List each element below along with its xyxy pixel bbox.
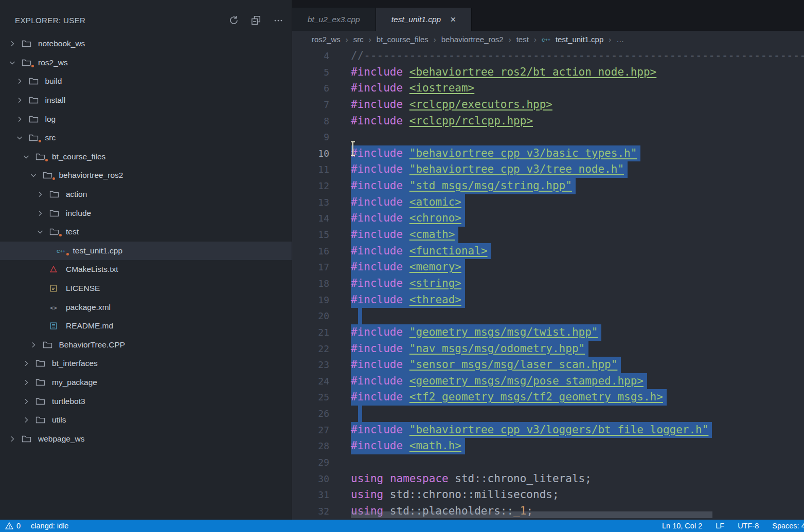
code-line-17[interactable]: 17#include <memory> xyxy=(292,259,804,276)
line-number[interactable]: 21 xyxy=(292,324,342,341)
chevron-right-icon[interactable] xyxy=(8,40,22,48)
chevron-down-icon[interactable] xyxy=(36,228,49,236)
line-number[interactable]: 27 xyxy=(292,422,342,438)
line-number[interactable]: 12 xyxy=(292,178,342,194)
code-line-31[interactable]: 31using std::chrono::milliseconds; xyxy=(292,487,804,503)
line-number[interactable]: 9 xyxy=(292,129,342,145)
chevron-down-icon[interactable] xyxy=(8,59,22,67)
code-line-18[interactable]: 18#include <string> xyxy=(292,276,804,292)
tree-item-include[interactable]: include xyxy=(0,204,292,223)
tree-item-BehaviorTree.CPP[interactable]: BehaviorTree.CPP xyxy=(0,336,292,355)
line-number[interactable]: 10 xyxy=(292,145,342,162)
code-line-12[interactable]: 12#include "std_msgs/msg/string.hpp" xyxy=(292,178,804,194)
eol-indicator[interactable]: LF xyxy=(716,522,724,530)
tree-item-behaviortree_ros2[interactable]: behaviortree_ros2 xyxy=(0,166,292,185)
line-number[interactable]: 29 xyxy=(292,454,342,471)
line-number[interactable]: 24 xyxy=(292,373,342,390)
indentation-indicator[interactable]: Spaces: 4 xyxy=(772,522,804,530)
code-line-7[interactable]: 7#include <rclcpp/executors.hpp> xyxy=(292,97,804,113)
tree-item-ros2_ws[interactable]: ros2_ws xyxy=(0,53,292,72)
encoding-indicator[interactable]: UTF-8 xyxy=(738,522,759,530)
breadcrumb-item-behaviortree_ros2[interactable]: behaviortree_ros2 xyxy=(441,35,504,44)
tree-item-package.xml[interactable]: <>package.xml xyxy=(0,298,292,317)
line-number[interactable]: 25 xyxy=(292,389,342,406)
line-number[interactable]: 14 xyxy=(292,210,342,227)
line-number[interactable]: 30 xyxy=(292,471,342,487)
tree-item-bt_interfaces[interactable]: bt_interfaces xyxy=(0,354,292,373)
chevron-right-icon[interactable] xyxy=(22,378,35,387)
tree-item-install[interactable]: install xyxy=(0,91,292,110)
code-line-30[interactable]: 30using namespace std::chrono_literals; xyxy=(292,471,804,487)
chevron-right-icon[interactable] xyxy=(15,115,29,123)
breadcrumb-item-ros2_ws[interactable]: ros2_ws xyxy=(312,35,341,44)
line-number[interactable]: 17 xyxy=(292,259,342,276)
line-number[interactable]: 16 xyxy=(292,243,342,260)
collapse-folders-icon[interactable] xyxy=(251,15,261,25)
tree-item-turtlebot3[interactable]: turtlebot3 xyxy=(0,392,292,411)
code-line-5[interactable]: 5#include <behaviortree_ros2/bt_action_n… xyxy=(292,64,804,81)
code-line-13[interactable]: 13#include <atomic> xyxy=(292,194,804,211)
code-line-26[interactable]: 26 xyxy=(292,406,804,422)
line-number[interactable]: 23 xyxy=(292,357,342,373)
tree-item-utils[interactable]: utils xyxy=(0,411,292,430)
breadcrumb-item-src[interactable]: src xyxy=(353,35,364,44)
code-line-20[interactable]: 20 xyxy=(292,308,804,324)
breadcrumb-item-test_unit1.cpp[interactable]: test_unit1.cpp xyxy=(556,35,603,44)
chevron-right-icon[interactable] xyxy=(15,96,29,104)
code-line-24[interactable]: 24#include <geometry_msgs/msg/pose_stamp… xyxy=(292,373,804,390)
line-number[interactable]: 31 xyxy=(292,487,342,503)
tree-item-README.md[interactable]: README.md xyxy=(0,317,292,336)
chevron-right-icon[interactable] xyxy=(36,190,49,198)
chevron-down-icon[interactable] xyxy=(15,134,29,142)
tree-item-src[interactable]: src xyxy=(0,129,292,148)
code-line-14[interactable]: 14#include <chrono> xyxy=(292,210,804,227)
line-number[interactable]: 18 xyxy=(292,276,342,292)
code-line-4[interactable]: 4//-------------------------------------… xyxy=(292,48,804,64)
code-line-8[interactable]: 8#include <rclcpp/rclcpp.hpp> xyxy=(292,113,804,130)
code-editor[interactable]: 4//-------------------------------------… xyxy=(292,48,804,520)
cursor-position-indicator[interactable]: Ln 10, Col 2 xyxy=(662,522,702,530)
tree-item-bt_course_files[interactable]: bt_course_files xyxy=(0,148,292,167)
breadcrumb-item-bt_course_files[interactable]: bt_course_files xyxy=(377,35,428,44)
chevron-right-icon[interactable] xyxy=(22,359,35,368)
breadcrumb-item-…[interactable]: … xyxy=(616,35,624,44)
chevron-right-icon[interactable] xyxy=(8,435,22,443)
code-line-23[interactable]: 23#include "sensor_msgs/msg/laser_scan.h… xyxy=(292,357,804,373)
chevron-down-icon[interactable] xyxy=(29,171,43,179)
code-line-28[interactable]: 28#include <math.h> xyxy=(292,438,804,454)
problems-indicator[interactable]: 0 xyxy=(5,522,21,530)
line-number[interactable]: 28 xyxy=(292,438,342,454)
breadcrumb-item-test[interactable]: test xyxy=(516,35,529,44)
tab-close-icon[interactable]: × xyxy=(450,14,456,24)
tree-item-CMakeLists.txt[interactable]: CMakeLists.txt xyxy=(0,260,292,279)
chevron-right-icon[interactable] xyxy=(29,341,43,349)
tree-item-build[interactable]: build xyxy=(0,72,292,91)
code-line-10[interactable]: 10#include "behaviortree_cpp_v3/basic_ty… xyxy=(292,145,804,162)
tree-item-my_package[interactable]: my_package xyxy=(0,373,292,392)
line-number[interactable]: 8 xyxy=(292,113,342,130)
code-line-16[interactable]: 16#include <functional> xyxy=(292,243,804,260)
code-line-11[interactable]: 11#include "behaviortree_cpp_v3/tree_nod… xyxy=(292,161,804,178)
code-line-22[interactable]: 22#include "nav_msgs/msg/odometry.hpp" xyxy=(292,341,804,357)
tree-item-log[interactable]: log xyxy=(0,109,292,129)
line-number[interactable]: 11 xyxy=(292,161,342,178)
tree-item-LICENSE[interactable]: LICENSE xyxy=(0,279,292,298)
code-line-19[interactable]: 19#include <thread> xyxy=(292,292,804,308)
tree-item-notebook_ws[interactable]: notebook_ws xyxy=(0,34,292,53)
line-number[interactable]: 13 xyxy=(292,194,342,211)
code-line-29[interactable]: 29 xyxy=(292,454,804,471)
refresh-icon[interactable] xyxy=(229,15,239,25)
code-line-27[interactable]: 27#include "behaviortree_cpp_v3/loggers/… xyxy=(292,422,804,438)
code-line-25[interactable]: 25#include <tf2_geometry_msgs/tf2_geomet… xyxy=(292,389,804,406)
code-line-21[interactable]: 21#include "geometry_msgs/msg/twist.hpp" xyxy=(292,324,804,341)
code-line-6[interactable]: 6#include <iostream> xyxy=(292,80,804,97)
clangd-status[interactable]: clangd: idle xyxy=(31,522,68,530)
line-number[interactable]: 7 xyxy=(292,97,342,113)
tree-item-action[interactable]: action xyxy=(0,185,292,204)
tab-bt_u2_ex3.cpp[interactable]: bt_u2_ex3.cpp xyxy=(292,8,376,31)
chevron-right-icon[interactable] xyxy=(15,77,29,85)
line-number[interactable]: 22 xyxy=(292,341,342,357)
tree-item-test[interactable]: test xyxy=(0,223,292,242)
line-number[interactable]: 6 xyxy=(292,80,342,97)
chevron-right-icon[interactable] xyxy=(22,397,35,406)
